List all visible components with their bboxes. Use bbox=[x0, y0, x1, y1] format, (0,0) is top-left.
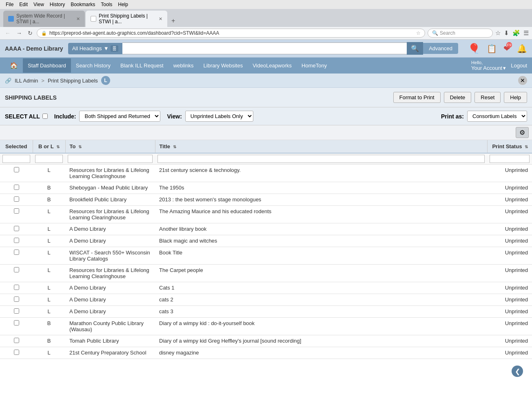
row-checkbox-2[interactable] bbox=[14, 196, 19, 202]
nav-staff-dashboard[interactable]: Staff Dashboard bbox=[23, 58, 71, 73]
col-header-to[interactable]: To ⇅ bbox=[65, 140, 155, 153]
nav-weblinks[interactable]: weblinks bbox=[168, 58, 199, 73]
cell-status-7: Unprinted bbox=[487, 265, 532, 282]
table-row: LA Demo LibraryAnother library bookUnpri… bbox=[0, 223, 532, 235]
cell-status-0: Unprinted bbox=[487, 165, 532, 182]
col-header-status[interactable]: Print Status ⇅ bbox=[487, 140, 532, 153]
filter-to[interactable] bbox=[68, 155, 153, 163]
account-button[interactable]: Your Account ▾ bbox=[471, 65, 506, 71]
row-checkbox-12[interactable] bbox=[14, 338, 19, 343]
tab-close-2[interactable]: ✕ bbox=[159, 16, 162, 22]
row-checkbox-7[interactable] bbox=[14, 267, 19, 272]
view-group: View: Unprinted Labels Only All Labels P… bbox=[167, 111, 253, 122]
cell-borl-9: L bbox=[33, 294, 65, 306]
database-icon: 🗄 bbox=[111, 45, 118, 52]
row-checkbox-10[interactable] bbox=[14, 308, 19, 314]
row-checkbox-0[interactable] bbox=[14, 167, 19, 172]
delete-button[interactable]: Delete bbox=[444, 92, 472, 103]
table-row: BBrookfield Public Library2013 : the bes… bbox=[0, 194, 532, 206]
search-type-dropdown[interactable]: All Headings ▼ 🗄 bbox=[68, 43, 122, 54]
row-checkbox-8[interactable] bbox=[14, 285, 19, 290]
col-label-title: Title bbox=[160, 143, 171, 149]
row-checkbox-5[interactable] bbox=[14, 238, 19, 243]
table-row: LA Demo Librarycats 3Unprinted bbox=[0, 306, 532, 318]
menu-view[interactable]: View bbox=[31, 1, 47, 8]
nav-search-history[interactable]: Search History bbox=[71, 58, 115, 73]
menu-edit[interactable]: Edit bbox=[17, 1, 30, 8]
menu-help[interactable]: Help bbox=[115, 1, 131, 8]
filter-status[interactable] bbox=[490, 155, 530, 163]
filter-selected[interactable] bbox=[2, 155, 30, 163]
sort-icon-borl: ⇅ bbox=[56, 145, 60, 149]
menu-tools[interactable]: Tools bbox=[98, 1, 115, 8]
row-checkbox-9[interactable] bbox=[14, 296, 19, 302]
format-to-print-button[interactable]: Format to Print bbox=[393, 92, 441, 103]
logout-button[interactable]: Logout bbox=[511, 62, 527, 69]
heart-icon[interactable]: ❤ F9 bbox=[503, 44, 510, 53]
lock-icon: 🔒 bbox=[41, 31, 47, 36]
main-search-input[interactable] bbox=[122, 42, 407, 54]
include-label: Include: bbox=[54, 113, 76, 120]
include-select[interactable]: Both Shipped and Returned Shipped Only R… bbox=[79, 111, 160, 122]
back-button[interactable]: ← bbox=[3, 29, 12, 37]
search-button[interactable]: 🔍 bbox=[407, 42, 423, 55]
settings-button[interactable]: ⚙ bbox=[516, 127, 529, 138]
filter-title[interactable] bbox=[157, 155, 485, 163]
table-row: BTomah Public LibraryDiary of a wimpy ki… bbox=[0, 335, 532, 347]
forward-button[interactable]: → bbox=[15, 29, 24, 37]
row-checkbox-13[interactable] bbox=[14, 350, 19, 355]
row-checkbox-4[interactable] bbox=[14, 226, 19, 231]
nav-home-tony[interactable]: HomeTony bbox=[297, 58, 332, 73]
extensions-icon[interactable]: 🧩 bbox=[512, 29, 520, 37]
col-label-selected: Selected bbox=[5, 143, 27, 149]
new-tab-button[interactable]: + bbox=[168, 16, 178, 26]
bell-icon[interactable]: 🔔 bbox=[517, 44, 527, 53]
table-row: LResources for Libraries & Lifelong Lear… bbox=[0, 165, 532, 182]
reset-button[interactable]: Reset bbox=[474, 92, 501, 103]
print-as-select[interactable]: Consortium Labels Individual Labels bbox=[467, 111, 527, 122]
row-checkbox-11[interactable] bbox=[14, 320, 19, 325]
filter-borl[interactable] bbox=[35, 155, 63, 163]
nav-blank-ill[interactable]: Blank ILL Request bbox=[115, 58, 168, 73]
reload-button[interactable]: ↻ bbox=[26, 29, 34, 37]
browser-search-box[interactable]: 🔍 Search bbox=[428, 29, 493, 38]
list-icon[interactable]: 📋 bbox=[487, 44, 497, 53]
menu-history[interactable]: History bbox=[47, 1, 67, 8]
menu-icon[interactable]: ☰ bbox=[523, 29, 529, 37]
tab-close-1[interactable]: ✕ bbox=[76, 16, 80, 22]
bookmarks-icon[interactable]: ☆ bbox=[495, 29, 501, 37]
cell-to-8: A Demo Library bbox=[65, 282, 155, 294]
menu-bookmarks[interactable]: Bookmarks bbox=[68, 1, 98, 8]
cell-status-3: Unprinted bbox=[487, 206, 532, 223]
browser-tab-1[interactable]: System Wide Record | STWI | a... ✕ bbox=[3, 11, 85, 27]
bookmark-icon[interactable]: ☆ bbox=[416, 30, 421, 36]
cell-title-2: 2013 : the best women's stage monologues bbox=[155, 194, 487, 206]
view-select[interactable]: Unprinted Labels Only All Labels Printed… bbox=[185, 111, 253, 122]
menu-file[interactable]: File bbox=[3, 1, 16, 8]
browser-tab-2[interactable]: Print Shipping Labels | STWI | a... ✕ bbox=[86, 11, 167, 27]
help-button[interactable]: Help bbox=[504, 92, 527, 103]
tab-favicon-1 bbox=[8, 16, 14, 22]
col-header-title[interactable]: Title ⇅ bbox=[155, 140, 487, 153]
tab-label-1: System Wide Record | STWI | a... bbox=[16, 13, 72, 25]
table-row: LWISCAT - Search 550+ Wisconsin Library … bbox=[0, 247, 532, 265]
breadcrumb-ill-admin[interactable]: ILL Admin bbox=[15, 78, 38, 84]
search-type-label: All Headings bbox=[72, 45, 102, 51]
cell-title-12: Diary of a wimpy kid Greg Heffley's jour… bbox=[155, 335, 487, 347]
advanced-search-button[interactable]: Advanced bbox=[423, 43, 458, 54]
download-icon[interactable]: ⬇ bbox=[504, 29, 509, 37]
breadcrumb-icon: 🔗 bbox=[5, 78, 11, 84]
col-header-borl[interactable]: B or L ⇅ bbox=[33, 140, 65, 153]
close-breadcrumb-button[interactable]: ✕ bbox=[518, 76, 527, 85]
nav-library-websites[interactable]: Library Websites bbox=[199, 58, 248, 73]
table-row: BSheboygan - Mead Public LibraryThe 1950… bbox=[0, 182, 532, 194]
row-checkbox-1[interactable] bbox=[14, 185, 19, 190]
select-all-checkbox[interactable] bbox=[42, 114, 48, 119]
row-checkbox-3[interactable] bbox=[14, 208, 19, 214]
nav-home-icon[interactable]: 🏠 bbox=[5, 58, 23, 74]
nav-video-leapworks[interactable]: VideoLeapworks bbox=[248, 58, 297, 73]
cell-to-13: 21st Century Preparatory School bbox=[65, 347, 155, 359]
cell-title-0: 21st century science & technology. bbox=[155, 165, 487, 182]
cell-to-10: A Demo Library bbox=[65, 306, 155, 318]
row-checkbox-6[interactable] bbox=[14, 250, 19, 255]
